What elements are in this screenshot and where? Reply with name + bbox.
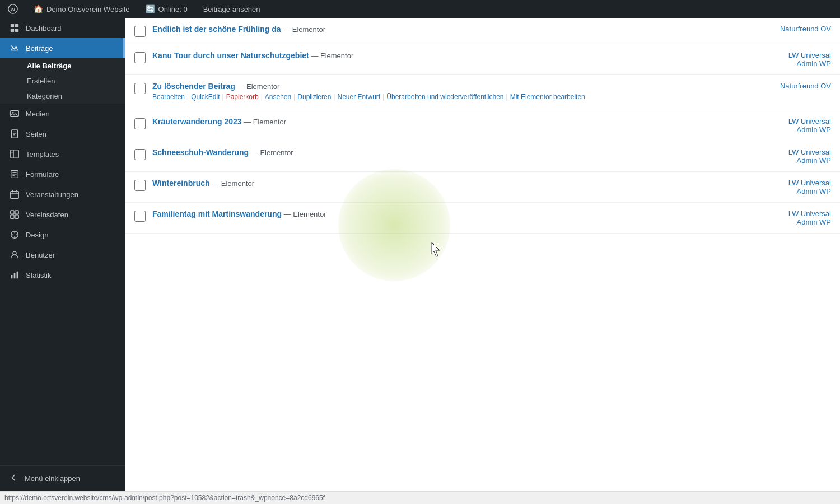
svg-rect-26 bbox=[15, 215, 18, 218]
site-name: Demo Ortsverein Website bbox=[46, 5, 130, 13]
post-title-1[interactable]: Endlich ist der schöne Frühling da bbox=[152, 25, 281, 34]
svg-rect-29 bbox=[11, 275, 13, 278]
post-title-6[interactable]: Wintereinbruch bbox=[152, 179, 210, 188]
online-count[interactable]: 🔄 Online: 0 bbox=[142, 0, 191, 18]
post-title-5[interactable]: Schneeschuh-Wanderung bbox=[152, 148, 249, 157]
sidebar-item-veranstaltungen[interactable]: Veranstaltungen bbox=[0, 184, 125, 204]
action-elementor[interactable]: Mit Elementor bearbeiten bbox=[510, 93, 585, 101]
post-title-4[interactable]: Kräuterwanderung 2023 bbox=[152, 117, 242, 126]
activity-icon: 🔄 bbox=[146, 4, 155, 13]
site-home-button[interactable]: 🏠 Demo Ortsverein Website bbox=[30, 0, 133, 18]
post-checkbox-5[interactable] bbox=[134, 149, 146, 160]
view-posts-label: Beiträge ansehen bbox=[203, 5, 260, 13]
sidebar-item-label: Benutzer bbox=[26, 251, 55, 259]
action-papierkorb[interactable]: Papierkorb bbox=[226, 93, 259, 101]
svg-rect-31 bbox=[17, 272, 18, 279]
post-suffix-5: — Elementor bbox=[251, 148, 293, 157]
sidebar-item-medien[interactable]: Medien bbox=[0, 104, 125, 124]
svg-rect-2 bbox=[11, 24, 14, 27]
post-author-line2: Admin WP bbox=[797, 125, 831, 134]
post-author-1[interactable]: Naturfreund OV bbox=[753, 25, 831, 33]
dashboard-icon bbox=[9, 22, 20, 34]
post-suffix-1: — Elementor bbox=[283, 25, 325, 34]
table-row: Kanu Tour durch unser Naturschutzgebiet … bbox=[125, 44, 840, 75]
post-suffix-6: — Elementor bbox=[212, 179, 254, 188]
action-ansehen[interactable]: Ansehen bbox=[265, 93, 291, 101]
collapse-label: Menü einklappen bbox=[25, 474, 80, 483]
benutzer-icon bbox=[9, 249, 20, 260]
post-actions-3: Bearbeiten | QuickEdit | Papierkorb | An… bbox=[152, 93, 753, 101]
post-list: Endlich ist der schöne Frühling da — Ele… bbox=[125, 18, 840, 234]
sidebar-item-label: Vereinsdaten bbox=[26, 211, 68, 219]
svg-point-7 bbox=[12, 112, 14, 114]
post-author-line2: Admin WP bbox=[797, 218, 831, 226]
post-checkbox-4[interactable] bbox=[134, 118, 146, 129]
view-posts-button[interactable]: Beiträge ansehen bbox=[200, 0, 264, 18]
main-layout: Dashboard Beiträge Alle Beiträge Erstell… bbox=[0, 18, 840, 491]
post-author-4[interactable]: LW Universal Admin WP bbox=[753, 117, 831, 134]
action-neuer-entwurf[interactable]: Neuer Entwurf bbox=[337, 93, 380, 101]
content-area: Endlich ist der schöne Frühling da — Ele… bbox=[125, 18, 840, 491]
post-author-5[interactable]: LW Universal Admin WP bbox=[753, 148, 831, 165]
post-author-3[interactable]: Naturfreund OV bbox=[753, 82, 831, 90]
post-content-6: Wintereinbruch — Elementor bbox=[152, 179, 753, 188]
post-author-7[interactable]: LW Universal Admin WP bbox=[753, 209, 831, 226]
sidebar-item-vereinsdaten[interactable]: Vereinsdaten bbox=[0, 204, 125, 225]
collapse-menu-button[interactable]: Menü einklappen bbox=[0, 465, 125, 491]
svg-rect-12 bbox=[11, 150, 18, 158]
post-author-line1: LW Universal bbox=[788, 51, 831, 59]
post-checkbox-1[interactable] bbox=[134, 26, 146, 37]
svg-text:W: W bbox=[11, 7, 16, 12]
post-content-4: Kräuterwanderung 2023 — Elementor bbox=[152, 117, 753, 126]
post-suffix-2: — Elementor bbox=[311, 52, 353, 60]
sidebar-item-formulare[interactable]: Formulare bbox=[0, 164, 125, 184]
wp-logo-icon: W bbox=[8, 4, 18, 14]
medien-icon bbox=[9, 108, 20, 119]
sidebar-item-design[interactable]: Design bbox=[0, 225, 125, 245]
wp-logo-button[interactable]: W bbox=[4, 0, 21, 18]
post-author-line1: LW Universal bbox=[788, 209, 831, 218]
formulare-icon bbox=[9, 169, 20, 180]
sidebar-item-label: Veranstaltungen bbox=[26, 190, 78, 199]
post-author-6[interactable]: LW Universal Admin WP bbox=[753, 179, 831, 195]
post-content-5: Schneeschuh-Wanderung — Elementor bbox=[152, 148, 753, 157]
sidebar-item-statistik[interactable]: Statistik bbox=[0, 265, 125, 285]
post-checkbox-7[interactable] bbox=[134, 211, 146, 222]
svg-rect-30 bbox=[14, 273, 16, 278]
table-row: Zu löschender Beitrag — Elementor Bearbe… bbox=[125, 75, 840, 110]
sidebar-item-dashboard[interactable]: Dashboard bbox=[0, 18, 125, 38]
sidebar: Dashboard Beiträge Alle Beiträge Erstell… bbox=[0, 18, 125, 491]
post-title-7[interactable]: Familientag mit Martinswanderung bbox=[152, 209, 282, 218]
sidebar-item-label: Formulare bbox=[26, 170, 59, 179]
sidebar-item-beitraege[interactable]: Beiträge bbox=[0, 38, 125, 58]
post-content-2: Kanu Tour durch unser Naturschutzgebiet … bbox=[152, 51, 753, 60]
post-title-2[interactable]: Kanu Tour durch unser Naturschutzgebiet bbox=[152, 51, 309, 60]
post-author-line2: Admin WP bbox=[797, 59, 831, 68]
home-icon: 🏠 bbox=[34, 4, 43, 13]
table-row: Familientag mit Martinswanderung — Eleme… bbox=[125, 203, 840, 234]
action-ueberarbeiten[interactable]: Überarbeiten und wiederveröffentlichen bbox=[386, 93, 503, 101]
post-title-3[interactable]: Zu löschender Beitrag bbox=[152, 82, 235, 91]
sidebar-item-seiten[interactable]: Seiten bbox=[0, 124, 125, 144]
sidebar-item-templates[interactable]: Templates bbox=[0, 144, 125, 164]
post-checkbox-6[interactable] bbox=[134, 180, 146, 191]
post-checkbox-2[interactable] bbox=[134, 52, 146, 63]
sidebar-submenu-beitraege: Alle Beiträge Erstellen Kategorien bbox=[0, 58, 125, 104]
post-author-line1: LW Universal bbox=[788, 117, 831, 125]
veranstaltungen-icon bbox=[9, 189, 20, 200]
post-author-line2: Admin WP bbox=[797, 187, 831, 195]
submenu-alle-beitraege[interactable]: Alle Beiträge bbox=[0, 58, 125, 73]
submenu-erstellen[interactable]: Erstellen bbox=[0, 73, 125, 88]
action-quickedit[interactable]: QuickEdit bbox=[191, 93, 220, 101]
action-duplizieren[interactable]: Duplizieren bbox=[297, 93, 331, 101]
action-bearbeiten[interactable]: Bearbeiten bbox=[152, 93, 185, 101]
post-content-7: Familientag mit Martinswanderung — Eleme… bbox=[152, 209, 753, 218]
design-icon bbox=[9, 229, 20, 240]
post-author-line1: LW Universal bbox=[788, 179, 831, 187]
submenu-kategorien[interactable]: Kategorien bbox=[0, 88, 125, 104]
post-author-2[interactable]: LW Universal Admin WP bbox=[753, 51, 831, 68]
sidebar-item-benutzer[interactable]: Benutzer bbox=[0, 245, 125, 265]
svg-rect-5 bbox=[15, 29, 18, 32]
post-checkbox-3[interactable] bbox=[134, 83, 146, 94]
templates-icon bbox=[9, 148, 20, 160]
